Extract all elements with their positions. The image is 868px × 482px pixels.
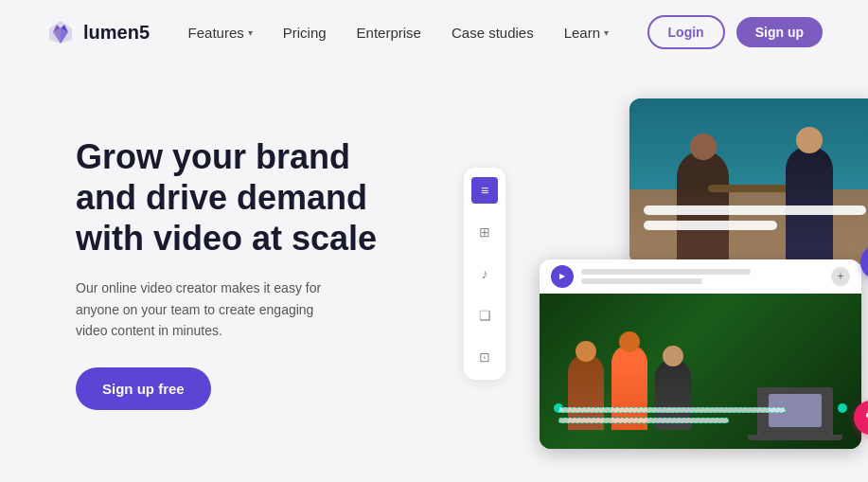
text-bar-short	[644, 221, 777, 230]
video-text-overlay	[644, 205, 866, 236]
signup-button[interactable]: Sign up	[736, 17, 823, 47]
logo[interactable]: lumen5	[45, 17, 150, 47]
nav-features[interactable]: Features ▾	[188, 25, 253, 41]
login-button[interactable]: Login	[647, 15, 725, 49]
play-button[interactable]: ▶	[551, 265, 574, 288]
nav-links: Features ▾ Pricing Enterprise Case studi…	[188, 25, 610, 41]
video-scene-bottom	[540, 294, 861, 449]
video-scene-top	[629, 98, 868, 264]
image-tool-icon[interactable]: ⊞	[471, 219, 498, 245]
main-content: Grow your brand and drive demand with vi…	[0, 64, 868, 482]
chevron-down-icon: ▾	[248, 27, 253, 38]
music-tool-icon[interactable]: ♪	[471, 260, 498, 287]
text-tool-icon[interactable]: ≡	[471, 177, 498, 204]
video-text-bars	[558, 407, 842, 428]
cta-signup-button[interactable]: Sign up free	[76, 367, 211, 410]
video-card-top	[629, 98, 868, 264]
video-preview-stack: ▶ +	[521, 98, 868, 449]
lumen5-logo-icon	[45, 17, 76, 47]
nav-case-studies[interactable]: Case studies	[452, 25, 534, 41]
text-bar-full	[644, 205, 866, 215]
editor-timeline	[581, 269, 824, 284]
timeline-bar-2	[581, 278, 702, 284]
video-card-bottom: ▶ +	[540, 259, 861, 449]
hero-title: Grow your brand and drive demand with vi…	[76, 136, 416, 259]
add-clip-button[interactable]: +	[831, 267, 850, 286]
editor-header: ▶ +	[540, 259, 861, 294]
crop-tool-icon[interactable]: ⊡	[471, 344, 498, 370]
bottom-text-bar-1	[558, 407, 786, 413]
layers-tool-icon[interactable]: ❑	[471, 302, 498, 329]
bottom-text-bar-2	[558, 418, 729, 423]
brand-name: lumen5	[83, 22, 150, 44]
hero-visual: ≡ ⊞ ♪ ❑ ⊡	[473, 83, 868, 463]
navbar: lumen5 Features ▾ Pricing Enterprise Cas…	[0, 0, 868, 64]
nav-enterprise[interactable]: Enterprise	[357, 25, 421, 41]
editor-sidebar: ≡ ⊞ ♪ ❑ ⊡	[464, 168, 505, 380]
nav-learn[interactable]: Learn ▾	[564, 25, 609, 41]
nav-pricing[interactable]: Pricing	[283, 25, 327, 41]
chevron-down-icon-learn: ▾	[604, 27, 609, 38]
nav-actions: Login Sign up	[647, 15, 823, 49]
hero-subtitle: Our online video creator makes it easy f…	[76, 277, 322, 341]
hero-section: Grow your brand and drive demand with vi…	[76, 136, 416, 411]
people-scene	[629, 132, 868, 264]
timeline-bar-1	[581, 269, 751, 275]
